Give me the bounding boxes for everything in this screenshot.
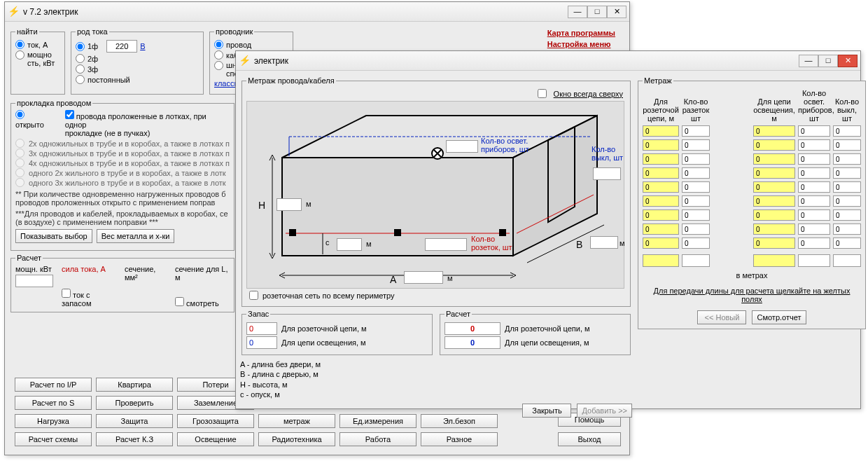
maximize-button[interactable]: □ bbox=[587, 6, 607, 18]
exit-button[interactable]: Выход bbox=[558, 432, 621, 446]
find-power-radio[interactable] bbox=[15, 50, 24, 60]
row-socket-cnt[interactable] bbox=[682, 139, 710, 151]
close-button[interactable]: ✕ bbox=[607, 6, 626, 18]
row-socket-len[interactable] bbox=[643, 238, 679, 249]
light-button[interactable]: Освещение bbox=[177, 432, 254, 446]
voltage-input[interactable] bbox=[106, 40, 137, 53]
row-socket-len[interactable] bbox=[643, 195, 679, 207]
radio-button[interactable]: Радиотехника bbox=[258, 432, 335, 446]
row-switch-cnt[interactable] bbox=[833, 195, 861, 207]
minimize-button[interactable]: — bbox=[568, 6, 587, 18]
lamp-count-input[interactable] bbox=[446, 140, 478, 153]
map-link[interactable]: Карта программы bbox=[547, 29, 615, 37]
meters-titlebar[interactable]: ⚡ электрик — □ ✕ bbox=[236, 51, 860, 71]
volt-unit[interactable]: В bbox=[140, 42, 145, 50]
row-lamp-cnt[interactable] bbox=[798, 223, 830, 235]
row-light-len[interactable] bbox=[753, 181, 795, 193]
row-lamp-cnt[interactable] bbox=[798, 238, 830, 249]
misc-button[interactable]: Разное bbox=[421, 432, 498, 446]
check-button[interactable]: Проверить bbox=[96, 396, 173, 410]
tray-check[interactable] bbox=[65, 110, 74, 119]
close-dialog-button[interactable]: Закрыть bbox=[522, 404, 571, 418]
phase1-radio[interactable] bbox=[76, 42, 85, 51]
row-lamp-cnt[interactable] bbox=[798, 181, 830, 193]
row-socket-len[interactable] bbox=[643, 181, 679, 193]
row-light-len[interactable] bbox=[753, 209, 795, 221]
row-lamp-cnt[interactable] bbox=[798, 139, 830, 151]
scheme-button[interactable]: Расчет схемы bbox=[15, 432, 92, 446]
row-socket-cnt[interactable] bbox=[682, 209, 710, 221]
socket-count-input[interactable] bbox=[425, 238, 467, 251]
power-input[interactable] bbox=[15, 275, 53, 287]
calc-ip-button[interactable]: Расчет по I/P bbox=[15, 378, 92, 392]
row-switch-cnt[interactable] bbox=[833, 181, 861, 193]
row-socket-len[interactable] bbox=[643, 153, 679, 165]
calc-s-button[interactable]: Расчет по S bbox=[15, 396, 92, 410]
cord-radio[interactable] bbox=[214, 61, 223, 70]
protect-button[interactable]: Защита bbox=[96, 414, 173, 428]
row-light-len[interactable] bbox=[753, 223, 795, 235]
close-button[interactable]: ✕ bbox=[838, 55, 858, 67]
sum-light-len[interactable] bbox=[753, 254, 795, 267]
reserve-socket-input[interactable] bbox=[246, 322, 277, 335]
wire-radio[interactable] bbox=[214, 40, 223, 49]
row-light-len[interactable] bbox=[753, 195, 795, 207]
row-lamp-cnt[interactable] bbox=[798, 153, 830, 165]
row-socket-cnt[interactable] bbox=[682, 238, 710, 249]
row-switch-cnt[interactable] bbox=[833, 167, 861, 179]
dc-radio[interactable] bbox=[76, 75, 85, 84]
row-socket-cnt[interactable] bbox=[682, 223, 710, 235]
row-socket-cnt[interactable] bbox=[682, 125, 710, 137]
row-lamp-cnt[interactable] bbox=[798, 167, 830, 179]
work-button[interactable]: Работа bbox=[340, 432, 416, 446]
find-current-radio[interactable] bbox=[15, 40, 24, 49]
row-light-len[interactable] bbox=[753, 139, 795, 151]
report-button[interactable]: Смотр.отчет bbox=[752, 310, 806, 324]
a-input[interactable] bbox=[404, 271, 443, 284]
reserve-light-input[interactable] bbox=[246, 336, 277, 349]
new-button[interactable]: << Новый bbox=[697, 310, 746, 324]
row-socket-len[interactable] bbox=[643, 125, 679, 137]
view-check[interactable] bbox=[175, 297, 184, 306]
reserve-check[interactable] bbox=[62, 289, 71, 298]
row-socket-len[interactable] bbox=[643, 167, 679, 179]
metal-weight-button[interactable]: Вес металла и х-ки bbox=[97, 229, 175, 243]
shortc-button[interactable]: Расчет К.З bbox=[96, 432, 173, 446]
max-button[interactable]: □ bbox=[818, 55, 838, 67]
row-switch-cnt[interactable] bbox=[833, 125, 861, 137]
row-switch-cnt[interactable] bbox=[833, 153, 861, 165]
open-radio[interactable] bbox=[15, 110, 24, 119]
h-input[interactable] bbox=[276, 198, 302, 211]
sum-socket-len[interactable] bbox=[643, 254, 679, 267]
row-socket-cnt[interactable] bbox=[682, 181, 710, 193]
flat-button[interactable]: Квартира bbox=[96, 378, 173, 392]
ontop-check[interactable] bbox=[538, 89, 547, 98]
row-switch-cnt[interactable] bbox=[833, 238, 861, 249]
row-switch-cnt[interactable] bbox=[833, 209, 861, 221]
row-switch-cnt[interactable] bbox=[833, 139, 861, 151]
row-light-len[interactable] bbox=[753, 238, 795, 249]
b-input[interactable] bbox=[590, 236, 618, 249]
row-light-len[interactable] bbox=[753, 167, 795, 179]
perimeter-check[interactable] bbox=[249, 291, 258, 300]
row-lamp-cnt[interactable] bbox=[798, 125, 830, 137]
row-switch-cnt[interactable] bbox=[833, 223, 861, 235]
min-button[interactable]: — bbox=[799, 55, 818, 67]
main-titlebar[interactable]: ⚡ v 7.2 электрик — □ ✕ bbox=[5, 2, 629, 22]
cable-radio[interactable] bbox=[214, 50, 223, 60]
row-socket-cnt[interactable] bbox=[682, 167, 710, 179]
row-socket-len[interactable] bbox=[643, 209, 679, 221]
phase2-radio[interactable] bbox=[76, 54, 85, 63]
load-button[interactable]: Нагрузка bbox=[15, 414, 92, 428]
row-lamp-cnt[interactable] bbox=[798, 209, 830, 221]
switch-count-input[interactable] bbox=[593, 167, 621, 180]
row-lamp-cnt[interactable] bbox=[798, 195, 830, 207]
phase3-radio[interactable] bbox=[76, 64, 85, 74]
row-socket-cnt[interactable] bbox=[682, 153, 710, 165]
row-socket-len[interactable] bbox=[643, 139, 679, 151]
row-light-len[interactable] bbox=[753, 125, 795, 137]
row-light-len[interactable] bbox=[753, 153, 795, 165]
c-input[interactable] bbox=[337, 238, 362, 251]
show-choice-button[interactable]: Показывать выбор bbox=[15, 229, 92, 243]
row-socket-len[interactable] bbox=[643, 223, 679, 235]
